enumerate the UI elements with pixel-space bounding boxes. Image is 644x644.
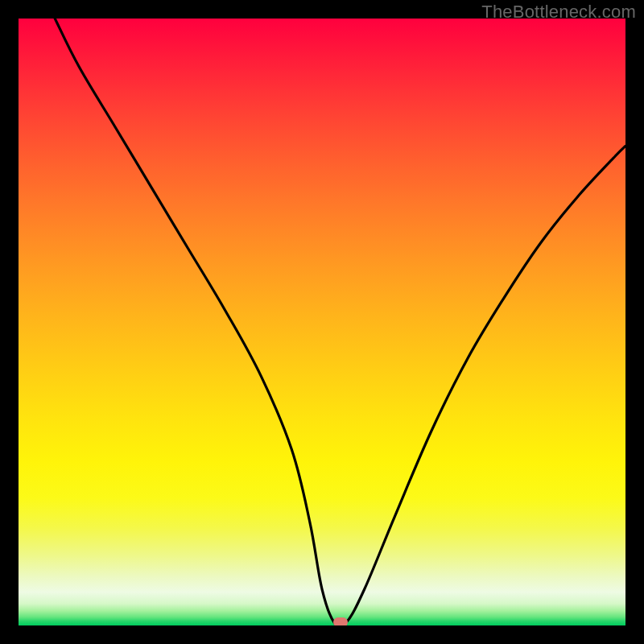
optimum-marker	[333, 617, 348, 625]
watermark-text: TheBottleneck.com	[481, 2, 636, 23]
plot-area	[19, 19, 625, 625]
curve-svg	[19, 19, 625, 625]
chart-frame: TheBottleneck.com	[0, 0, 644, 644]
bottleneck-curve-path	[55, 19, 625, 625]
